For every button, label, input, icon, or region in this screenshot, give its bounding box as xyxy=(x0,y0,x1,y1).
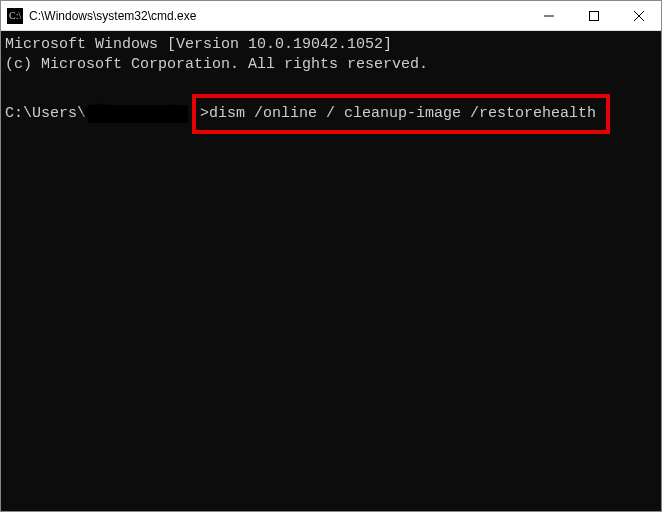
redacted-username xyxy=(88,105,188,123)
command-highlight: >dism /online / cleanup-image /restorehe… xyxy=(192,94,610,134)
cmd-icon: C:\ xyxy=(7,8,23,24)
window-controls xyxy=(526,1,661,30)
minimize-button[interactable] xyxy=(526,1,571,30)
prompt-row: C:\Users\ >dism /online / cleanup-image … xyxy=(5,94,657,134)
titlebar[interactable]: C:\ C:\Windows\system32\cmd.exe xyxy=(1,1,661,31)
svg-text:C:\: C:\ xyxy=(9,10,21,21)
close-button[interactable] xyxy=(616,1,661,30)
window-title: C:\Windows\system32\cmd.exe xyxy=(29,9,526,23)
terminal-area[interactable]: Microsoft Windows [Version 10.0.19042.10… xyxy=(1,31,661,511)
cmd-window: C:\ C:\Windows\system32\cmd.exe Microsof… xyxy=(0,0,662,512)
version-line: Microsoft Windows [Version 10.0.19042.10… xyxy=(5,35,657,55)
copyright-line: (c) Microsoft Corporation. All rights re… xyxy=(5,55,657,75)
maximize-button[interactable] xyxy=(571,1,616,30)
svg-rect-3 xyxy=(589,11,598,20)
prompt-prefix: C:\Users\ xyxy=(5,104,86,124)
